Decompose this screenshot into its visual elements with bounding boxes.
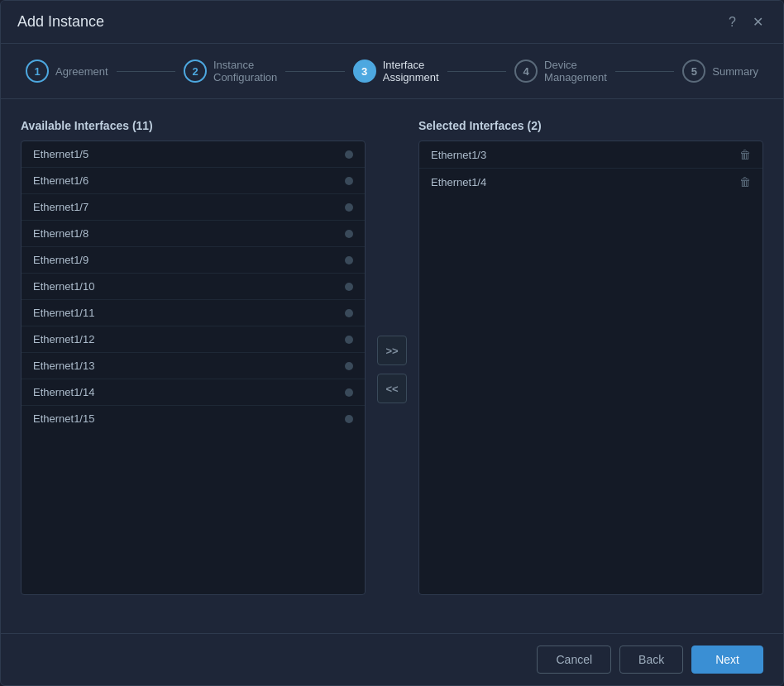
- available-interfaces-list[interactable]: Ethernet1/5Ethernet1/6Ethernet1/7Etherne…: [21, 141, 366, 595]
- item-indicator: [345, 150, 353, 159]
- available-panel-title: Available Interfaces (11): [21, 119, 366, 132]
- list-item[interactable]: Ethernet1/8: [22, 221, 365, 247]
- connector-1-2: [117, 71, 175, 72]
- selected-interfaces-list[interactable]: Ethernet1/3🗑Ethernet1/4🗑: [418, 141, 763, 595]
- step-2-label: InstanceConfiguration: [213, 59, 277, 83]
- close-icon: ✕: [753, 14, 763, 30]
- remove-item-button[interactable]: 🗑: [739, 175, 751, 188]
- step-2: 2 InstanceConfiguration: [184, 59, 277, 83]
- interface-name: Ethernet1/8: [33, 227, 88, 240]
- item-indicator: [345, 388, 353, 397]
- cancel-button[interactable]: Cancel: [537, 646, 611, 674]
- next-label: Next: [715, 653, 739, 666]
- back-button[interactable]: Back: [619, 646, 683, 674]
- interface-name: Ethernet1/14: [33, 386, 94, 398]
- list-item[interactable]: Ethernet1/7: [22, 194, 365, 221]
- remove-all-button[interactable]: <<: [377, 374, 407, 403]
- connector-2-3: [285, 71, 344, 72]
- available-panel: Available Interfaces (11) Ethernet1/5Eth…: [21, 119, 366, 595]
- item-indicator: [345, 362, 353, 370]
- interface-name: Ethernet1/15: [33, 412, 94, 425]
- list-item[interactable]: Ethernet1/12: [22, 326, 365, 353]
- item-indicator: [345, 203, 353, 212]
- modal-footer: Cancel Back Next: [1, 633, 783, 685]
- item-indicator: [345, 177, 353, 185]
- item-indicator: [345, 309, 353, 317]
- item-indicator: [345, 230, 353, 238]
- step-3-circle: 3: [353, 60, 376, 83]
- item-indicator: [345, 415, 353, 423]
- interface-name: Ethernet1/6: [33, 174, 88, 187]
- add-instance-modal: Add Instance ? ✕ 1 Agreement 2 InstanceC…: [0, 0, 784, 686]
- interface-name: Ethernet1/10: [33, 280, 94, 293]
- transfer-buttons: >> <<: [366, 336, 418, 403]
- interface-name: Ethernet1/13: [33, 360, 94, 372]
- step-2-circle: 2: [184, 60, 207, 83]
- connector-4-5: [615, 71, 674, 72]
- list-item[interactable]: Ethernet1/13: [22, 353, 365, 379]
- modal-header: Add Instance ? ✕: [1, 1, 783, 44]
- step-1-label: Agreement: [55, 65, 108, 78]
- remove-item-button[interactable]: 🗑: [739, 148, 751, 161]
- add-all-button[interactable]: >>: [377, 336, 407, 365]
- selected-panel: Selected Interfaces (2) Ethernet1/3🗑Ethe…: [418, 119, 763, 595]
- step-3: 3 InterfaceAssignment: [353, 59, 439, 83]
- interface-name: Ethernet1/7: [33, 201, 88, 213]
- list-item[interactable]: Ethernet1/6: [22, 168, 365, 194]
- modal-body: Available Interfaces (11) Ethernet1/5Eth…: [1, 99, 783, 633]
- item-indicator: [345, 336, 353, 344]
- close-button[interactable]: ✕: [749, 11, 767, 33]
- interface-name: Ethernet1/12: [33, 333, 94, 345]
- modal-title: Add Instance: [17, 13, 104, 31]
- interface-name: Ethernet1/4: [431, 176, 486, 188]
- header-actions: ? ✕: [725, 11, 767, 33]
- list-item[interactable]: Ethernet1/10: [22, 274, 365, 300]
- remove-all-label: <<: [385, 383, 398, 395]
- item-indicator: [345, 256, 353, 264]
- add-all-label: >>: [385, 345, 398, 357]
- stepper: 1 Agreement 2 InstanceConfiguration 3 In…: [1, 44, 783, 99]
- step-5: 5 Summary: [682, 60, 758, 83]
- back-label: Back: [638, 653, 664, 666]
- list-item[interactable]: Ethernet1/14: [22, 379, 365, 406]
- interface-name: Ethernet1/3: [431, 149, 486, 161]
- connector-3-4: [447, 71, 506, 72]
- step-3-label: InterfaceAssignment: [383, 59, 439, 83]
- selected-panel-title: Selected Interfaces (2): [418, 119, 763, 132]
- interface-name: Ethernet1/11: [33, 307, 94, 319]
- list-item[interactable]: Ethernet1/9: [22, 247, 365, 274]
- step-4-circle: 4: [514, 60, 538, 83]
- step-5-circle: 5: [682, 60, 705, 83]
- list-item[interactable]: Ethernet1/4🗑: [419, 169, 762, 195]
- next-button[interactable]: Next: [691, 646, 763, 674]
- step-4: 4 DeviceManagement: [514, 59, 607, 83]
- help-icon: ?: [729, 15, 736, 30]
- step-4-label: DeviceManagement: [544, 59, 607, 83]
- list-item[interactable]: Ethernet1/3🗑: [419, 141, 762, 169]
- step-5-label: Summary: [712, 65, 758, 78]
- help-button[interactable]: ?: [725, 12, 739, 33]
- interface-name: Ethernet1/5: [33, 148, 88, 160]
- interface-panels: Available Interfaces (11) Ethernet1/5Eth…: [21, 119, 763, 620]
- list-item[interactable]: Ethernet1/5: [22, 141, 365, 168]
- step-1-circle: 1: [26, 60, 49, 83]
- list-item[interactable]: Ethernet1/15: [22, 406, 365, 431]
- item-indicator: [345, 283, 353, 291]
- interface-name: Ethernet1/9: [33, 254, 88, 266]
- step-1: 1 Agreement: [26, 60, 108, 83]
- cancel-label: Cancel: [556, 653, 592, 666]
- list-item[interactable]: Ethernet1/11: [22, 300, 365, 326]
